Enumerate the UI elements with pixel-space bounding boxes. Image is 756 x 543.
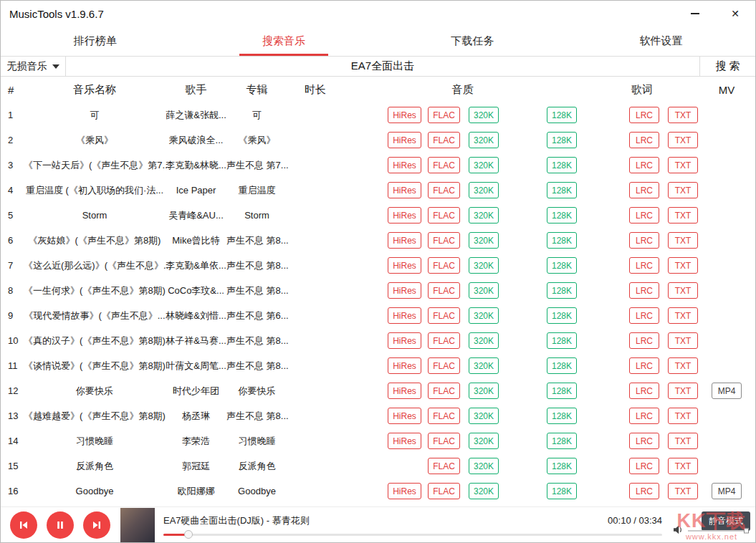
tab-downloads[interactable]: 下载任务 [378, 27, 567, 56]
hires-button[interactable]: HiRes [388, 357, 421, 374]
txt-button[interactable]: TXT [668, 182, 698, 198]
flac-button[interactable]: FLAC [428, 232, 460, 249]
lrc-button[interactable]: LRC [629, 107, 659, 123]
flac-button[interactable]: FLAC [428, 433, 460, 449]
flac-button[interactable]: FLAC [428, 132, 460, 148]
320k-button[interactable]: 320K [469, 408, 499, 424]
hires-button[interactable]: HiRes [388, 257, 421, 274]
128k-button[interactable]: 128K [547, 207, 577, 224]
next-button[interactable] [83, 511, 110, 539]
flac-button[interactable]: FLAC [428, 157, 460, 173]
128k-button[interactable]: 128K [547, 257, 577, 274]
320k-button[interactable]: 320K [469, 182, 499, 198]
lrc-button[interactable]: LRC [629, 182, 659, 198]
flac-button[interactable]: FLAC [428, 332, 460, 349]
lrc-button[interactable]: LRC [629, 307, 659, 324]
txt-button[interactable]: TXT [668, 307, 698, 324]
hires-button[interactable]: HiRes [388, 232, 421, 249]
320k-button[interactable]: 320K [469, 383, 499, 399]
128k-button[interactable]: 128K [547, 433, 577, 449]
flac-button[interactable]: FLAC [428, 282, 460, 299]
minimize-button[interactable] [675, 1, 715, 27]
128k-button[interactable]: 128K [547, 282, 577, 299]
hires-button[interactable]: HiRes [388, 383, 421, 399]
hires-button[interactable]: HiRes [388, 307, 421, 324]
320k-button[interactable]: 320K [469, 458, 499, 474]
hires-button[interactable]: HiRes [388, 282, 421, 299]
flac-button[interactable]: FLAC [428, 408, 460, 424]
flac-button[interactable]: FLAC [428, 483, 460, 499]
previous-button[interactable] [10, 511, 37, 539]
lrc-button[interactable]: LRC [629, 332, 659, 349]
128k-button[interactable]: 128K [547, 132, 577, 148]
128k-button[interactable]: 128K [547, 307, 577, 324]
lrc-button[interactable]: LRC [629, 132, 659, 148]
pause-button[interactable] [47, 511, 74, 539]
hires-button[interactable]: HiRes [388, 132, 421, 148]
320k-button[interactable]: 320K [469, 107, 499, 123]
tab-settings[interactable]: 软件设置 [567, 27, 755, 56]
320k-button[interactable]: 320K [469, 257, 499, 274]
speaker-icon[interactable] [674, 524, 684, 537]
320k-button[interactable]: 320K [469, 307, 499, 324]
mp4-button[interactable]: MP4 [712, 483, 742, 499]
128k-button[interactable]: 128K [547, 483, 577, 499]
tab-search[interactable]: 搜索音乐 [189, 27, 378, 56]
lrc-button[interactable]: LRC [629, 232, 659, 249]
txt-button[interactable]: TXT [668, 282, 698, 299]
txt-button[interactable]: TXT [668, 357, 698, 374]
128k-button[interactable]: 128K [547, 458, 577, 474]
320k-button[interactable]: 320K [469, 282, 499, 299]
flac-button[interactable]: FLAC [428, 458, 460, 474]
txt-button[interactable]: TXT [668, 408, 698, 424]
flac-button[interactable]: FLAC [428, 383, 460, 399]
flac-button[interactable]: FLAC [428, 182, 460, 198]
hires-button[interactable]: HiRes [388, 433, 421, 449]
hires-button[interactable]: HiRes [388, 207, 421, 224]
flac-button[interactable]: FLAC [428, 307, 460, 324]
320k-button[interactable]: 320K [469, 232, 499, 249]
lrc-button[interactable]: LRC [629, 408, 659, 424]
lrc-button[interactable]: LRC [629, 483, 659, 499]
category-dropdown[interactable]: 无损音乐 [1, 57, 66, 76]
txt-button[interactable]: TXT [668, 132, 698, 148]
mp4-button[interactable]: MP4 [712, 383, 742, 399]
txt-button[interactable]: TXT [668, 383, 698, 399]
txt-button[interactable]: TXT [668, 332, 698, 349]
txt-button[interactable]: TXT [668, 207, 698, 224]
hires-button[interactable]: HiRes [388, 332, 421, 349]
close-button[interactable]: ✕ [715, 1, 755, 27]
lrc-button[interactable]: LRC [629, 207, 659, 224]
txt-button[interactable]: TXT [668, 232, 698, 249]
hires-button[interactable]: HiRes [388, 182, 421, 198]
lrc-button[interactable]: LRC [629, 383, 659, 399]
volume-slider[interactable] [688, 530, 749, 532]
lrc-button[interactable]: LRC [629, 458, 659, 474]
tab-rankings[interactable]: 排行榜单 [1, 27, 189, 56]
320k-button[interactable]: 320K [469, 433, 499, 449]
lrc-button[interactable]: LRC [629, 257, 659, 274]
flac-button[interactable]: FLAC [428, 257, 460, 274]
128k-button[interactable]: 128K [547, 107, 577, 123]
320k-button[interactable]: 320K [469, 332, 499, 349]
hires-button[interactable]: HiRes [388, 157, 421, 173]
320k-button[interactable]: 320K [469, 207, 499, 224]
128k-button[interactable]: 128K [547, 357, 577, 374]
hires-button[interactable]: HiRes [388, 107, 421, 123]
txt-button[interactable]: TXT [668, 433, 698, 449]
lrc-button[interactable]: LRC [629, 357, 659, 374]
search-button[interactable]: 搜 索 [699, 57, 755, 76]
128k-button[interactable]: 128K [547, 383, 577, 399]
volume-knob[interactable] [744, 529, 749, 534]
128k-button[interactable]: 128K [547, 332, 577, 349]
flac-button[interactable]: FLAC [428, 357, 460, 374]
progress-knob[interactable] [184, 530, 193, 539]
320k-button[interactable]: 320K [469, 357, 499, 374]
hires-button[interactable]: HiRes [388, 483, 421, 499]
128k-button[interactable]: 128K [547, 157, 577, 173]
flac-button[interactable]: FLAC [428, 107, 460, 123]
txt-button[interactable]: TXT [668, 257, 698, 274]
lrc-button[interactable]: LRC [629, 157, 659, 173]
hires-button[interactable]: HiRes [388, 408, 421, 424]
txt-button[interactable]: TXT [668, 458, 698, 474]
